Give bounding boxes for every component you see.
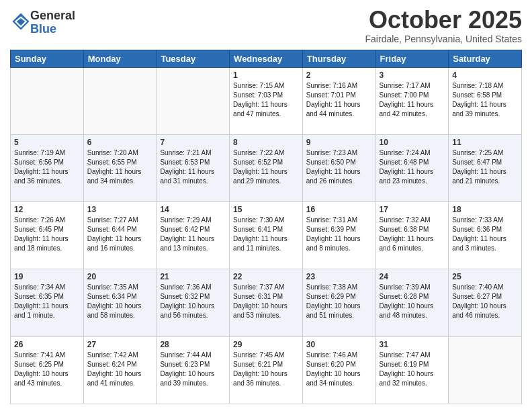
calendar-cell: 19Sunrise: 7:34 AM Sunset: 6:35 PM Dayli… (11, 269, 84, 336)
calendar-cell (157, 67, 230, 134)
header: General Blue October 2025 Fairdale, Penn… (10, 7, 522, 44)
calendar-cell: 18Sunrise: 7:33 AM Sunset: 6:36 PM Dayli… (449, 202, 522, 269)
day-number: 30 (306, 340, 372, 349)
day-header-saturday: Saturday (449, 50, 522, 67)
day-content: Sunrise: 7:17 AM Sunset: 7:00 PM Dayligh… (380, 81, 445, 119)
day-number: 28 (160, 340, 226, 349)
calendar-cell: 20Sunrise: 7:35 AM Sunset: 6:34 PM Dayli… (83, 269, 157, 336)
day-content: Sunrise: 7:47 AM Sunset: 6:19 PM Dayligh… (380, 351, 445, 388)
day-content: Sunrise: 7:27 AM Sunset: 6:44 PM Dayligh… (87, 216, 153, 253)
generalblue-icon (11, 12, 30, 31)
day-content: Sunrise: 7:35 AM Sunset: 6:34 PM Dayligh… (87, 283, 153, 320)
calendar-cell: 9Sunrise: 7:23 AM Sunset: 6:50 PM Daylig… (302, 134, 375, 201)
calendar-cell: 14Sunrise: 7:29 AM Sunset: 6:42 PM Dayli… (157, 202, 230, 269)
calendar-cell: 25Sunrise: 7:40 AM Sunset: 6:27 PM Dayli… (449, 269, 522, 336)
day-number: 19 (14, 272, 80, 281)
header-row: SundayMondayTuesdayWednesdayThursdayFrid… (11, 50, 522, 67)
day-number: 7 (160, 138, 226, 147)
day-content: Sunrise: 7:32 AM Sunset: 6:38 PM Dayligh… (380, 216, 445, 253)
day-number: 1 (233, 71, 299, 80)
day-number: 22 (233, 272, 299, 281)
calendar-cell: 27Sunrise: 7:42 AM Sunset: 6:24 PM Dayli… (83, 336, 157, 404)
day-number: 24 (380, 272, 445, 281)
day-number: 29 (233, 340, 299, 349)
day-content: Sunrise: 7:40 AM Sunset: 6:27 PM Dayligh… (452, 283, 518, 320)
calendar-cell: 30Sunrise: 7:46 AM Sunset: 6:20 PM Dayli… (302, 336, 375, 404)
day-content: Sunrise: 7:30 AM Sunset: 6:41 PM Dayligh… (233, 216, 299, 253)
day-number: 3 (380, 71, 445, 80)
day-number: 25 (452, 272, 518, 281)
day-content: Sunrise: 7:20 AM Sunset: 6:55 PM Dayligh… (87, 148, 153, 186)
day-number: 21 (160, 272, 226, 281)
week-row-5: 26Sunrise: 7:41 AM Sunset: 6:25 PM Dayli… (11, 336, 522, 404)
calendar-cell: 2Sunrise: 7:16 AM Sunset: 7:01 PM Daylig… (302, 67, 375, 134)
week-row-1: 1Sunrise: 7:15 AM Sunset: 7:03 PM Daylig… (11, 67, 522, 134)
day-number: 9 (306, 138, 372, 147)
day-number: 5 (14, 138, 80, 147)
day-number: 17 (380, 205, 445, 214)
logo: General Blue (10, 9, 75, 36)
title-area: October 2025 Fairdale, Pennsylvania, Uni… (365, 7, 522, 44)
calendar-cell (449, 336, 522, 404)
calendar-cell: 21Sunrise: 7:36 AM Sunset: 6:32 PM Dayli… (157, 269, 230, 336)
day-content: Sunrise: 7:21 AM Sunset: 6:53 PM Dayligh… (160, 148, 226, 186)
calendar-cell: 22Sunrise: 7:37 AM Sunset: 6:31 PM Dayli… (230, 269, 303, 336)
day-number: 14 (160, 205, 226, 214)
location: Fairdale, Pennsylvania, United States (365, 34, 522, 44)
day-content: Sunrise: 7:44 AM Sunset: 6:23 PM Dayligh… (160, 351, 226, 388)
day-content: Sunrise: 7:18 AM Sunset: 6:58 PM Dayligh… (452, 81, 518, 119)
day-header-sunday: Sunday (11, 50, 84, 67)
day-content: Sunrise: 7:42 AM Sunset: 6:24 PM Dayligh… (87, 351, 153, 388)
month-title: October 2025 (365, 7, 522, 34)
calendar-cell: 23Sunrise: 7:38 AM Sunset: 6:29 PM Dayli… (302, 269, 375, 336)
day-number: 16 (306, 205, 372, 214)
calendar-cell: 17Sunrise: 7:32 AM Sunset: 6:38 PM Dayli… (375, 202, 449, 269)
day-number: 11 (452, 138, 518, 147)
day-content: Sunrise: 7:34 AM Sunset: 6:35 PM Dayligh… (14, 283, 80, 320)
day-number: 8 (233, 138, 299, 147)
day-header-tuesday: Tuesday (157, 50, 230, 67)
day-number: 20 (87, 272, 153, 281)
day-content: Sunrise: 7:46 AM Sunset: 6:20 PM Dayligh… (306, 351, 372, 388)
day-content: Sunrise: 7:41 AM Sunset: 6:25 PM Dayligh… (14, 351, 80, 388)
calendar-cell (11, 67, 84, 134)
day-content: Sunrise: 7:16 AM Sunset: 7:01 PM Dayligh… (306, 81, 372, 119)
day-header-thursday: Thursday (302, 50, 375, 67)
week-row-2: 5Sunrise: 7:19 AM Sunset: 6:56 PM Daylig… (11, 134, 522, 201)
day-content: Sunrise: 7:39 AM Sunset: 6:28 PM Dayligh… (380, 283, 445, 320)
calendar-cell: 4Sunrise: 7:18 AM Sunset: 6:58 PM Daylig… (449, 67, 522, 134)
calendar-cell: 24Sunrise: 7:39 AM Sunset: 6:28 PM Dayli… (375, 269, 449, 336)
day-number: 12 (14, 205, 80, 214)
day-content: Sunrise: 7:38 AM Sunset: 6:29 PM Dayligh… (306, 283, 372, 320)
day-number: 6 (87, 138, 153, 147)
day-content: Sunrise: 7:25 AM Sunset: 6:47 PM Dayligh… (452, 148, 518, 186)
calendar-cell: 3Sunrise: 7:17 AM Sunset: 7:00 PM Daylig… (375, 67, 449, 134)
day-header-monday: Monday (83, 50, 157, 67)
day-content: Sunrise: 7:23 AM Sunset: 6:50 PM Dayligh… (306, 148, 372, 186)
calendar-cell (83, 67, 157, 134)
calendar-cell: 31Sunrise: 7:47 AM Sunset: 6:19 PM Dayli… (375, 336, 449, 404)
logo-general-text: General (30, 9, 75, 22)
day-number: 15 (233, 205, 299, 214)
calendar-cell: 13Sunrise: 7:27 AM Sunset: 6:44 PM Dayli… (83, 202, 157, 269)
day-content: Sunrise: 7:29 AM Sunset: 6:42 PM Dayligh… (160, 216, 226, 253)
day-content: Sunrise: 7:26 AM Sunset: 6:45 PM Dayligh… (14, 216, 80, 253)
day-number: 23 (306, 272, 372, 281)
calendar-cell: 16Sunrise: 7:31 AM Sunset: 6:39 PM Dayli… (302, 202, 375, 269)
calendar-cell: 12Sunrise: 7:26 AM Sunset: 6:45 PM Dayli… (11, 202, 84, 269)
week-row-3: 12Sunrise: 7:26 AM Sunset: 6:45 PM Dayli… (11, 202, 522, 269)
calendar-cell: 5Sunrise: 7:19 AM Sunset: 6:56 PM Daylig… (11, 134, 84, 201)
day-content: Sunrise: 7:33 AM Sunset: 6:36 PM Dayligh… (452, 216, 518, 253)
day-content: Sunrise: 7:22 AM Sunset: 6:52 PM Dayligh… (233, 148, 299, 186)
calendar-cell: 29Sunrise: 7:45 AM Sunset: 6:21 PM Dayli… (230, 336, 303, 404)
logo-blue-text: Blue (30, 22, 56, 36)
calendar-cell: 8Sunrise: 7:22 AM Sunset: 6:52 PM Daylig… (230, 134, 303, 201)
day-content: Sunrise: 7:31 AM Sunset: 6:39 PM Dayligh… (306, 216, 372, 253)
day-number: 2 (306, 71, 372, 80)
day-header-friday: Friday (375, 50, 449, 67)
day-header-wednesday: Wednesday (230, 50, 303, 67)
day-content: Sunrise: 7:36 AM Sunset: 6:32 PM Dayligh… (160, 283, 226, 320)
calendar: SundayMondayTuesdayWednesdayThursdayFrid… (10, 50, 522, 404)
day-content: Sunrise: 7:24 AM Sunset: 6:48 PM Dayligh… (380, 148, 445, 186)
day-number: 26 (14, 340, 80, 349)
